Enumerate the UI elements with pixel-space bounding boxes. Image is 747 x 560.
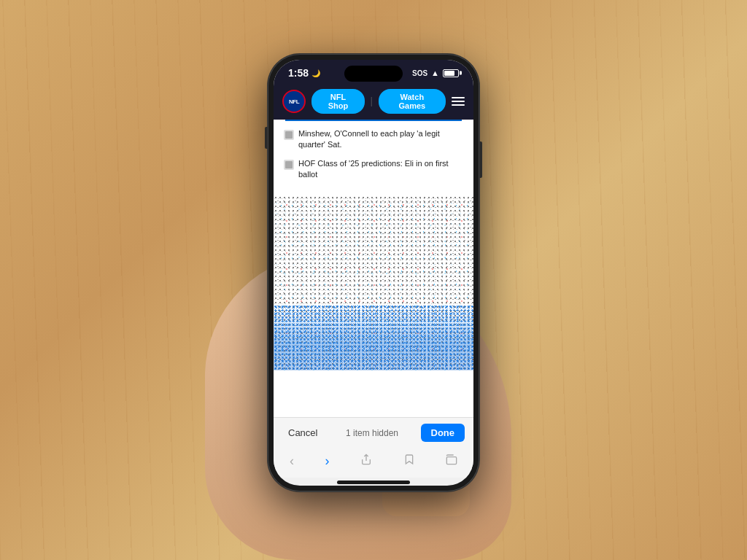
hamburger-line-3 — [452, 104, 465, 106]
status-bar: 1:58 🌙 SOS ▲ — [274, 60, 473, 83]
svg-rect-0 — [446, 457, 456, 464]
hamburger-menu-button[interactable] — [452, 97, 465, 106]
news-icon-1 — [284, 130, 294, 140]
cancel-button[interactable]: Cancel — [282, 424, 323, 441]
safari-share-button[interactable] — [356, 452, 376, 470]
home-indicator — [337, 481, 410, 484]
news-icon-2 — [284, 160, 294, 170]
status-time: 1:58 🌙 — [288, 67, 320, 79]
phone-screen: 1:58 🌙 SOS ▲ NFL NFL Shop | Watch — [274, 60, 473, 486]
safari-forward-button[interactable]: › — [321, 452, 334, 470]
nfl-shop-button[interactable]: NFL Shop — [311, 89, 365, 114]
hamburger-line-1 — [452, 97, 465, 98]
news-text-2: HOF Class of '25 predictions: Eli in on … — [298, 158, 463, 181]
hidden-count-label: 1 item hidden — [323, 428, 420, 438]
watch-games-button[interactable]: Watch Games — [379, 89, 446, 114]
nav-divider: | — [371, 96, 373, 107]
phone-frame: 1:58 🌙 SOS ▲ NFL NFL Shop | Watch — [268, 54, 479, 491]
status-indicators: SOS ▲ — [412, 69, 459, 77]
news-item-1: Minshew, O'Connell to each play 'a legit… — [284, 128, 463, 151]
safari-nav-bar: ‹ › — [274, 448, 473, 478]
blue-band-gradient — [274, 305, 473, 370]
blue-band-container — [274, 305, 473, 370]
battery-icon — [443, 69, 459, 77]
bottom-action-bar: Cancel 1 item hidden Done — [274, 417, 473, 448]
dynamic-island — [344, 66, 403, 82]
hamburger-line-2 — [452, 101, 465, 102]
noise-area — [274, 195, 473, 370]
safari-bookmark-button[interactable] — [399, 452, 419, 470]
done-button[interactable]: Done — [421, 424, 465, 442]
news-list: Minshew, O'Connell to each play 'a legit… — [274, 121, 473, 195]
safari-tabs-button[interactable] — [441, 452, 462, 470]
news-text-1: Minshew, O'Connell to each play 'a legit… — [298, 128, 463, 151]
wifi-icon: ▲ — [431, 69, 439, 77]
news-item-2: HOF Class of '25 predictions: Eli in on … — [284, 158, 463, 181]
content-area: Minshew, O'Connell to each play 'a legit… — [274, 120, 473, 417]
moon-icon: 🌙 — [311, 69, 320, 77]
nfl-nav-bar: NFL NFL Shop | Watch Games — [274, 83, 473, 120]
nfl-logo: NFL — [282, 90, 306, 113]
safari-back-button[interactable]: ‹ — [285, 452, 298, 470]
